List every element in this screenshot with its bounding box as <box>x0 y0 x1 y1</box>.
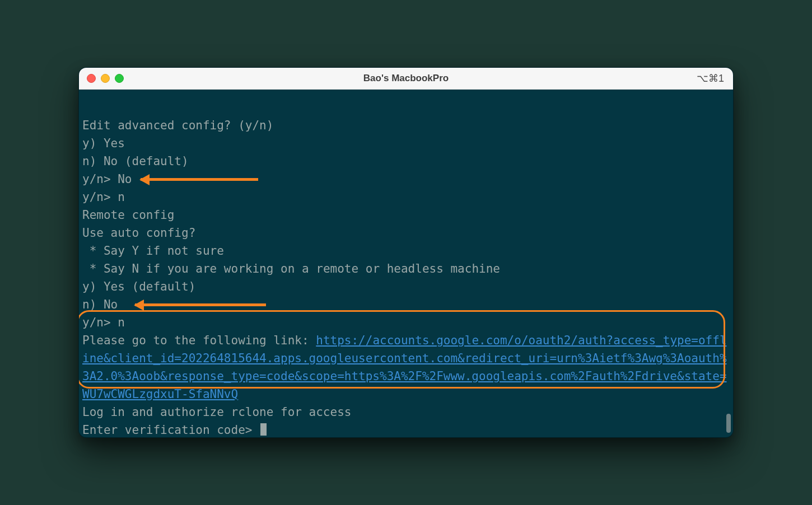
terminal-line: y/n> No <box>82 172 132 186</box>
annotation-arrow-1 <box>141 178 258 181</box>
verification-code-prompt[interactable]: Enter verification code> <box>82 423 259 437</box>
terminal-line: y) Yes <box>82 137 125 150</box>
terminal-line: n) No (default) <box>82 155 189 168</box>
terminal-line: Remote config <box>82 208 174 222</box>
terminal-line: Edit advanced config? (y/n) <box>82 119 273 132</box>
maximize-icon[interactable] <box>115 74 124 83</box>
terminal-body[interactable]: Edit advanced config? (y/n) y) Yes n) No… <box>79 90 733 437</box>
terminal-window: Bao's MacbookPro ⌥⌘1 Edit advanced confi… <box>78 67 734 438</box>
scrollbar-thumb[interactable] <box>726 414 731 433</box>
terminal-line: Use auto config? <box>82 226 195 240</box>
terminal-line: y) Yes (default) <box>82 280 195 293</box>
terminal-line: y/n> n <box>82 316 125 329</box>
cursor-icon <box>260 423 267 436</box>
window-shortcut: ⌥⌘1 <box>697 72 724 85</box>
terminal-line: * Say N if you are working on a remote o… <box>82 262 500 275</box>
annotation-arrow-2 <box>135 303 266 306</box>
terminal-line: y/n> n <box>82 190 125 204</box>
titlebar: Bao's MacbookPro ⌥⌘1 <box>79 68 733 90</box>
terminal-line: * Say Y if not sure <box>82 244 224 258</box>
close-icon[interactable] <box>87 74 96 83</box>
minimize-icon[interactable] <box>101 74 110 83</box>
traffic-lights <box>79 74 124 83</box>
link-prefix: Please go to the following link: <box>82 334 316 347</box>
terminal-line: n) No <box>82 298 118 311</box>
window-title: Bao's MacbookPro <box>79 73 733 84</box>
terminal-line: Log in and authorize rclone for access <box>82 405 351 419</box>
